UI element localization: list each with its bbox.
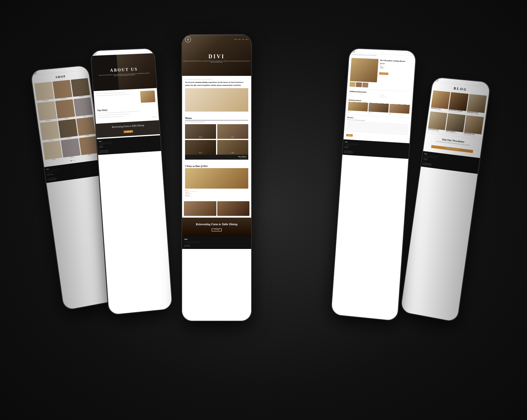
shop-item-5[interactable]: PASTRY [55, 99, 75, 120]
product-nav-about[interactable]: ABOUT [411, 53, 413, 54]
divi-nav-shop[interactable]: SHOP [242, 39, 244, 40]
divi-menu-grid: Appetizers Entrees Desserts Drinks [185, 124, 248, 155]
blog-post-3[interactable]: HANDMADE PASTA GUIDE Divi is the best th… [466, 94, 487, 116]
product-thumb-1[interactable] [350, 82, 356, 87]
blog-social-fb[interactable] [424, 158, 425, 160]
divi-ways-option-text-1: Experience our full restaurant ambiance [185, 191, 248, 192]
newsletter-subscribe-button[interactable]: SUBSCRIBE TO OUR NEWSLETTER [431, 145, 473, 153]
shop-item-6[interactable]: ROLLS [73, 98, 93, 118]
divi-award-image [185, 88, 248, 112]
divi-dine-with-us: Dine With Us Book a table online [185, 155, 248, 160]
divi-nav-about[interactable]: ABOUT [245, 39, 248, 40]
review-submit-button[interactable]: SUBMIT [346, 134, 353, 136]
about-nav-home[interactable]: HOME [143, 51, 145, 52]
shop-nav-home[interactable]: HOME [77, 68, 80, 69]
related-item-3[interactable]: KNIFE SET $86.00 [389, 104, 410, 116]
shop-item-9[interactable]: MUFFINS [76, 117, 96, 137]
divi-nav-home[interactable]: HOME [234, 39, 237, 40]
blog-post-2[interactable]: PRO CHOCOLATE CAKE RECIPE Divi is the be… [449, 92, 469, 114]
divi-social-tw[interactable] [189, 245, 190, 247]
divi-social-ig[interactable] [186, 245, 188, 247]
product-thumbnails [350, 82, 377, 88]
shop-nav-menu[interactable]: MENU [80, 68, 83, 69]
about-social-fb[interactable] [99, 146, 101, 148]
shop-social-tw[interactable] [51, 173, 53, 175]
product-footer-cta[interactable]: MAKE A TABLE [344, 151, 353, 153]
related-item-2[interactable]: DIVI APRON $48.00 [368, 103, 389, 115]
blog-nav-home[interactable]: HOME [479, 83, 482, 85]
blog-post-4[interactable]: AUTUMN HARVEST STEW Divi is the best the… [428, 111, 448, 133]
product-option-size: SIZE Select [379, 65, 384, 69]
product-nav-shop[interactable]: SHOP [408, 53, 410, 54]
divi-gallery [182, 199, 251, 218]
about-social-ig[interactable] [101, 146, 103, 148]
shop-item-4[interactable]: BREAKFAST [37, 101, 57, 122]
about-cta-button[interactable]: LEARN MORE [124, 130, 133, 133]
product-social-ig[interactable] [347, 147, 348, 148]
shop-img-2 [53, 80, 72, 99]
divi-menu-section-title: Menus [185, 117, 248, 120]
product-thumb-2[interactable] [356, 82, 362, 87]
product-thumb-3[interactable] [362, 83, 368, 88]
divi-menu-item-3[interactable]: Desserts [185, 140, 216, 155]
blog-nav-about[interactable]: ABOUT [485, 84, 488, 85]
divi-ways-option-1: DINE IN Experience our full restaurant a… [185, 190, 248, 192]
divi-menu-item-2[interactable]: Entrees [217, 124, 248, 139]
shop-item-8[interactable]: BAGUETTE [58, 119, 78, 140]
blog-post-1[interactable]: PUMPKIN SPICE LATTE Divi is the best the… [431, 90, 451, 112]
shop-item-3[interactable]: SOURDOUGH [71, 78, 90, 98]
phone-product: D HOME SHOP ABOUT LIVE DEMO / DIVI BRAND… [331, 48, 416, 322]
shop-img-9 [76, 117, 95, 136]
related-item-1[interactable]: DIVI SALT $24.00 [348, 102, 368, 114]
blog-social-ig[interactable] [426, 159, 427, 161]
divi-menu-item-1[interactable]: Appetizers [185, 124, 216, 139]
shop-item-1[interactable]: CROISSANTS [34, 82, 54, 102]
phone-divi-main: D HOME MENU SHOP ABOUT DIVI INSPIRED BY … [182, 34, 252, 321]
divi-ways-option-text-2: Order ahead and pick up [185, 194, 248, 194]
blog-footer-cta[interactable]: MAKE A TABLE [423, 163, 431, 165]
shop-nav-about[interactable]: ABOUT [83, 67, 86, 69]
shop-item-2[interactable]: BREAD LOAF [53, 80, 73, 100]
blog-post-6[interactable]: GARDEN FRESH SALADS Divi is the best the… [463, 115, 484, 137]
blog-post-5[interactable]: SUNDAY SOURDOUGH Divi is the best theme … [445, 113, 465, 135]
blog-img-2 [449, 92, 468, 111]
divi-screen: D HOME MENU SHOP ABOUT DIVI INSPIRED BY … [182, 35, 251, 321]
divi-ways-title: 3 Ways to Dine @ Divi [185, 165, 248, 168]
about-nav-menu[interactable]: MENU [146, 50, 148, 51]
about-footer-cta[interactable]: MAKE A TABLE [100, 150, 108, 153]
shop-img-5 [55, 99, 75, 118]
shop-item-11[interactable]: CIABATTA [61, 138, 81, 159]
divi-farm-button[interactable]: LEARN MORE [212, 228, 221, 231]
divi-top-nav: D HOME MENU SHOP ABOUT [182, 37, 251, 42]
divi-menu-item-4[interactable]: Drinks [217, 140, 248, 155]
divi-award-section: AN AWARD-WINNING RESTAURANT An award-win… [182, 76, 251, 115]
divi-ways-option-3: DELIVERY We deliver to your door [185, 195, 248, 197]
divi-hero-text: DIVI INSPIRED BY AWARD-WINNING RESTAURAN… [182, 54, 251, 63]
divi-menu-label-3: Desserts [199, 152, 202, 153]
blog-nav-blog[interactable]: BLOG [482, 84, 484, 85]
about-footer: Divi GIVE US A RING, WE'D LOVE TO HEAR F… [97, 135, 161, 155]
shop-social-fb[interactable] [47, 174, 49, 176]
shop-item-7[interactable]: FOCACCIA [40, 121, 60, 142]
shop-img-8 [58, 119, 78, 138]
shop-img-4 [37, 101, 57, 121]
divi-social-fb[interactable] [184, 245, 186, 247]
shop-nav-logo-text: D [34, 72, 35, 74]
shop-item-10[interactable]: SCONES [42, 141, 62, 162]
about-nav-about[interactable]: ABOUT [149, 50, 152, 51]
shop-footer-cta[interactable]: MAKE A TABLE [48, 177, 56, 181]
pagination-dot-2[interactable] [72, 160, 73, 161]
product-nav-home[interactable]: HOME [405, 52, 407, 53]
pagination-dot-1[interactable] [71, 161, 71, 161]
shop-social-ig[interactable] [49, 174, 51, 175]
product-main-image [350, 58, 378, 83]
divi-gallery-item-2 [217, 201, 250, 216]
shop-item-12[interactable]: BRIOCHE [79, 136, 98, 157]
blog-nav-logo-text: D [436, 79, 437, 81]
pagination-dot-3[interactable] [73, 160, 74, 161]
divi-nav-menu[interactable]: MENU [238, 39, 241, 40]
divi-menu-label-2: Entrees [232, 136, 234, 138]
product-add-to-cart[interactable]: ADD TO CART [379, 72, 389, 75]
product-size-select[interactable]: Select [379, 66, 384, 69]
product-social-fb[interactable] [345, 146, 346, 148]
